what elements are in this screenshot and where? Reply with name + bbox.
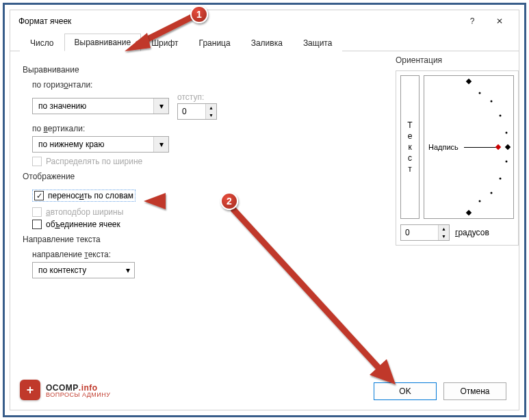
tab-fill[interactable]: Заливка [241, 34, 293, 51]
shrink-label: автоподбор ширины [46, 207, 123, 217]
dial-marker-icon [466, 210, 472, 215]
merge-label: объединение ячеек [46, 220, 120, 229]
wrap-checkbox[interactable]: ✓ переносить по словам [32, 189, 136, 202]
direction-group: Направление текста направление текста: п… [23, 235, 392, 278]
spin-up-icon[interactable]: ▲ [439, 225, 449, 233]
close-button[interactable]: ✕ [486, 12, 513, 31]
horizontal-label: по горизонтали: [32, 80, 392, 90]
indent-value[interactable] [178, 104, 205, 119]
direction-label: направление текста: [32, 250, 392, 259]
outer-frame: Формат ячеек ? ✕ Число Выравнивание Шриф… [3, 3, 526, 417]
chevron-down-icon: ▾ [153, 137, 168, 152]
indent-spinner[interactable]: ▲ ▼ [177, 103, 217, 120]
orientation-dial[interactable]: Надпись [424, 75, 514, 219]
tab-number[interactable]: Число [20, 34, 64, 51]
help-button[interactable]: ? [459, 12, 486, 31]
logo-name: OCOMP.info [46, 382, 111, 392]
tab-border[interactable]: Граница [189, 34, 241, 51]
display-group: Отображение ✓ переносить по словам автоп… [23, 172, 392, 229]
checkbox-box [32, 207, 42, 217]
dial-marker-icon [466, 79, 472, 84]
direction-group-label: Направление текста [23, 235, 392, 244]
indent-label: отступ: [177, 92, 217, 102]
degrees-label: градусов [455, 228, 489, 237]
dial-label: Надпись [428, 143, 459, 151]
distribute-label: Распределять по ширине [46, 157, 142, 166]
checkbox-box [32, 157, 42, 166]
orientation-box: Текст Надпись [396, 70, 519, 246]
dial-dot-icon [505, 132, 507, 134]
spinner-buttons[interactable]: ▲ ▼ [438, 225, 449, 240]
spin-up-icon[interactable]: ▲ [206, 104, 216, 111]
degrees-spinner[interactable]: ▲ ▼ [400, 224, 450, 241]
annotation-marker-1: 1 [190, 5, 208, 23]
cancel-button[interactable]: Отмена [443, 382, 506, 400]
checkbox-box [32, 220, 42, 229]
vertical-value: по нижнему краю [33, 140, 153, 149]
tab-bar: Число Выравнивание Шрифт Граница Заливка… [10, 32, 519, 51]
alignment-group-label: Выравнивание [23, 65, 392, 75]
direction-combo[interactable]: по контексту ▾ [32, 262, 135, 278]
horizontal-combo[interactable]: по значению ▾ [32, 98, 169, 114]
chevron-down-icon: ▾ [122, 263, 134, 278]
wrap-label: переносить по словам [48, 191, 133, 200]
left-column: Выравнивание по горизонтали: по значению… [23, 65, 392, 278]
tab-alignment[interactable]: Выравнивание [64, 34, 142, 51]
horizontal-value: по значению [33, 101, 153, 111]
checkbox-box: ✓ [34, 191, 44, 200]
vertical-label: по вертикали: [32, 124, 392, 133]
orientation-group: Ориентация Текст Надпись [396, 51, 519, 246]
plus-icon: + [20, 380, 40, 400]
dial-pivot-icon [495, 144, 501, 150]
dial-marker-icon [505, 144, 511, 150]
alignment-group: Выравнивание по горизонтали: по значению… [23, 65, 392, 166]
dial-dot-icon [490, 192, 492, 194]
spinner-buttons[interactable]: ▲ ▼ [205, 104, 216, 119]
dial-dot-icon [478, 200, 480, 202]
display-group-label: Отображение [23, 172, 392, 181]
dial-dot-icon [499, 115, 501, 117]
dial-dot-icon [499, 177, 501, 179]
logo-tagline: ВОПРОСЫ АДМИНУ [46, 392, 111, 398]
tab-font[interactable]: Шрифт [141, 34, 188, 51]
annotation-marker-2: 2 [220, 192, 238, 210]
distribute-checkbox: Распределять по ширине [32, 157, 392, 166]
ok-button[interactable]: OK [374, 382, 437, 400]
direction-value: по контексту [33, 265, 122, 275]
vertical-combo[interactable]: по нижнему краю ▾ [32, 136, 169, 153]
orientation-label: Ориентация [396, 55, 519, 65]
window-title: Формат ячеек [16, 16, 459, 26]
tab-protection[interactable]: Защита [293, 34, 343, 51]
vertical-text-button[interactable]: Текст [400, 75, 420, 219]
titlebar: Формат ячеек ? ✕ [10, 10, 519, 32]
degrees-value[interactable] [401, 225, 438, 240]
dialog-window: Формат ячеек ? ✕ Число Выравнивание Шриф… [10, 10, 519, 410]
chevron-down-icon: ▾ [153, 99, 168, 114]
dial-dot-icon [478, 92, 480, 94]
dial-dot-icon [490, 101, 492, 103]
dial-line [464, 147, 500, 148]
spin-down-icon[interactable]: ▼ [439, 233, 449, 240]
shrink-checkbox: автоподбор ширины [32, 207, 392, 217]
spin-down-icon[interactable]: ▼ [206, 111, 216, 119]
dialog-buttons: OK Отмена [374, 382, 506, 400]
content-area: Выравнивание по горизонтали: по значению… [10, 51, 519, 293]
watermark-logo: + OCOMP.info ВОПРОСЫ АДМИНУ [20, 380, 111, 400]
merge-checkbox[interactable]: объединение ячеек [32, 220, 392, 229]
dial-dot-icon [505, 160, 507, 162]
